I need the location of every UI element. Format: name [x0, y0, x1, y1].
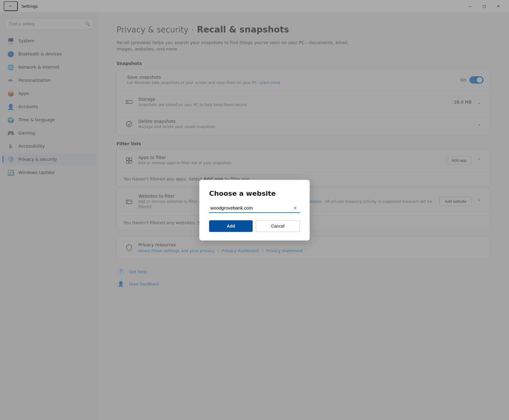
- modal-cancel-button[interactable]: Cancel: [256, 220, 300, 232]
- modal-title: Choose a website: [209, 190, 300, 197]
- modal-overlay: Choose a website ✕ Add Cancel: [0, 0, 509, 420]
- modal-clear-button[interactable]: ✕: [292, 205, 299, 211]
- modal-input-wrapper: ✕: [209, 203, 300, 213]
- choose-website-modal: Choose a website ✕ Add Cancel: [199, 180, 310, 240]
- modal-add-button[interactable]: Add: [209, 220, 253, 232]
- modal-actions: Add Cancel: [209, 220, 300, 232]
- website-input[interactable]: [209, 203, 300, 213]
